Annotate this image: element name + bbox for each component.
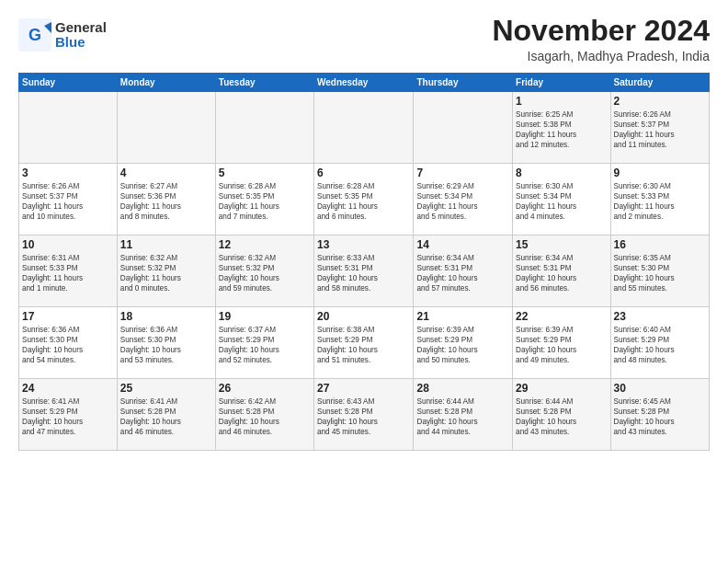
day-number: 18 xyxy=(120,310,212,323)
day-number: 15 xyxy=(516,238,607,251)
week-row-5: 24Sunrise: 6:41 AM Sunset: 5:29 PM Dayli… xyxy=(19,379,710,451)
day-number: 14 xyxy=(416,238,509,251)
cell-day-28: 28Sunrise: 6:44 AM Sunset: 5:28 PM Dayli… xyxy=(414,379,513,451)
svg-text:G: G xyxy=(28,26,41,44)
day-number: 8 xyxy=(516,167,607,179)
calendar-table: Sunday Monday Tuesday Wednesday Thursday… xyxy=(18,73,710,451)
header: G General Blue November 2024 Isagarh, Ma… xyxy=(18,15,710,63)
day-number: 4 xyxy=(120,167,212,179)
cell-day-2: 2Sunrise: 6:26 AM Sunset: 5:37 PM Daylig… xyxy=(610,92,709,164)
day-number: 16 xyxy=(614,238,706,251)
week-row-4: 17Sunrise: 6:36 AM Sunset: 5:30 PM Dayli… xyxy=(19,307,710,379)
cell-day-10: 10Sunrise: 6:31 AM Sunset: 5:33 PM Dayli… xyxy=(19,236,118,307)
cell-content: Sunrise: 6:41 AM Sunset: 5:28 PM Dayligh… xyxy=(120,396,212,437)
day-number: 26 xyxy=(219,382,311,395)
cell-content: Sunrise: 6:25 AM Sunset: 5:38 PM Dayligh… xyxy=(516,109,607,150)
cell-content: Sunrise: 6:35 AM Sunset: 5:30 PM Dayligh… xyxy=(614,253,706,293)
cell-content: Sunrise: 6:28 AM Sunset: 5:35 PM Dayligh… xyxy=(219,181,311,222)
calendar-body: 1Sunrise: 6:25 AM Sunset: 5:38 PM Daylig… xyxy=(19,92,710,451)
cell-day-6: 6Sunrise: 6:28 AM Sunset: 5:35 PM Daylig… xyxy=(313,164,414,236)
cell-day-27: 27Sunrise: 6:43 AM Sunset: 5:28 PM Dayli… xyxy=(313,379,414,451)
cell-day-20: 20Sunrise: 6:38 AM Sunset: 5:29 PM Dayli… xyxy=(313,307,414,379)
cell-day-empty xyxy=(215,92,313,164)
calendar-page: G General Blue November 2024 Isagarh, Ma… xyxy=(0,0,728,563)
header-saturday: Saturday xyxy=(610,74,709,92)
cell-day-14: 14Sunrise: 6:34 AM Sunset: 5:31 PM Dayli… xyxy=(414,236,513,307)
cell-content: Sunrise: 6:44 AM Sunset: 5:28 PM Dayligh… xyxy=(416,396,509,437)
cell-content: Sunrise: 6:26 AM Sunset: 5:37 PM Dayligh… xyxy=(614,109,706,150)
week-row-1: 1Sunrise: 6:25 AM Sunset: 5:38 PM Daylig… xyxy=(19,92,710,164)
cell-content: Sunrise: 6:30 AM Sunset: 5:34 PM Dayligh… xyxy=(516,181,607,222)
cell-content: Sunrise: 6:41 AM Sunset: 5:29 PM Dayligh… xyxy=(22,396,114,437)
cell-day-empty xyxy=(19,92,118,164)
cell-day-26: 26Sunrise: 6:42 AM Sunset: 5:28 PM Dayli… xyxy=(215,379,313,451)
cell-content: Sunrise: 6:38 AM Sunset: 5:29 PM Dayligh… xyxy=(317,325,411,365)
cell-content: Sunrise: 6:30 AM Sunset: 5:33 PM Dayligh… xyxy=(614,181,706,222)
cell-content: Sunrise: 6:37 AM Sunset: 5:29 PM Dayligh… xyxy=(219,325,311,365)
header-thursday: Thursday xyxy=(414,74,513,92)
cell-day-25: 25Sunrise: 6:41 AM Sunset: 5:28 PM Dayli… xyxy=(117,379,215,451)
cell-content: Sunrise: 6:34 AM Sunset: 5:31 PM Dayligh… xyxy=(416,253,509,293)
day-number: 7 xyxy=(416,167,509,179)
week-row-3: 10Sunrise: 6:31 AM Sunset: 5:33 PM Dayli… xyxy=(19,236,710,307)
cell-content: Sunrise: 6:40 AM Sunset: 5:29 PM Dayligh… xyxy=(614,325,706,365)
cell-day-15: 15Sunrise: 6:34 AM Sunset: 5:31 PM Dayli… xyxy=(513,236,610,307)
month-title: November 2024 xyxy=(492,15,710,47)
day-number: 30 xyxy=(614,382,706,395)
cell-content: Sunrise: 6:34 AM Sunset: 5:31 PM Dayligh… xyxy=(516,253,607,293)
cell-content: Sunrise: 6:27 AM Sunset: 5:36 PM Dayligh… xyxy=(120,181,212,222)
day-number: 23 xyxy=(614,310,706,323)
location: Isagarh, Madhya Pradesh, India xyxy=(492,49,710,63)
cell-content: Sunrise: 6:36 AM Sunset: 5:30 PM Dayligh… xyxy=(120,325,212,365)
cell-content: Sunrise: 6:44 AM Sunset: 5:28 PM Dayligh… xyxy=(516,396,607,437)
header-friday: Friday xyxy=(513,74,610,92)
cell-content: Sunrise: 6:36 AM Sunset: 5:30 PM Dayligh… xyxy=(22,325,114,365)
header-wednesday: Wednesday xyxy=(313,74,414,92)
cell-day-21: 21Sunrise: 6:39 AM Sunset: 5:29 PM Dayli… xyxy=(414,307,513,379)
day-number: 25 xyxy=(120,382,212,395)
cell-content: Sunrise: 6:43 AM Sunset: 5:28 PM Dayligh… xyxy=(317,396,411,437)
cell-content: Sunrise: 6:29 AM Sunset: 5:34 PM Dayligh… xyxy=(416,181,509,222)
cell-day-8: 8Sunrise: 6:30 AM Sunset: 5:34 PM Daylig… xyxy=(513,164,610,236)
cell-day-7: 7Sunrise: 6:29 AM Sunset: 5:34 PM Daylig… xyxy=(414,164,513,236)
logo-text: General Blue xyxy=(55,20,107,51)
day-number: 2 xyxy=(614,95,706,108)
cell-content: Sunrise: 6:42 AM Sunset: 5:28 PM Dayligh… xyxy=(219,396,311,437)
cell-day-12: 12Sunrise: 6:32 AM Sunset: 5:32 PM Dayli… xyxy=(215,236,313,307)
day-number: 21 xyxy=(416,310,509,323)
cell-day-empty xyxy=(117,92,215,164)
cell-content: Sunrise: 6:28 AM Sunset: 5:35 PM Dayligh… xyxy=(317,181,411,222)
cell-day-17: 17Sunrise: 6:36 AM Sunset: 5:30 PM Dayli… xyxy=(19,307,118,379)
cell-day-5: 5Sunrise: 6:28 AM Sunset: 5:35 PM Daylig… xyxy=(215,164,313,236)
header-monday: Monday xyxy=(117,74,215,92)
cell-day-4: 4Sunrise: 6:27 AM Sunset: 5:36 PM Daylig… xyxy=(117,164,215,236)
logo-general-text: General xyxy=(55,20,107,36)
week-row-2: 3Sunrise: 6:26 AM Sunset: 5:37 PM Daylig… xyxy=(19,164,710,236)
header-tuesday: Tuesday xyxy=(215,74,313,92)
day-number: 19 xyxy=(219,310,311,323)
header-sunday: Sunday xyxy=(19,74,118,92)
day-number: 27 xyxy=(317,382,411,395)
cell-day-16: 16Sunrise: 6:35 AM Sunset: 5:30 PM Dayli… xyxy=(610,236,709,307)
cell-day-3: 3Sunrise: 6:26 AM Sunset: 5:37 PM Daylig… xyxy=(19,164,118,236)
cell-day-23: 23Sunrise: 6:40 AM Sunset: 5:29 PM Dayli… xyxy=(610,307,709,379)
logo: G General Blue xyxy=(18,18,107,52)
cell-day-11: 11Sunrise: 6:32 AM Sunset: 5:32 PM Dayli… xyxy=(117,236,215,307)
cell-content: Sunrise: 6:31 AM Sunset: 5:33 PM Dayligh… xyxy=(22,253,114,293)
logo-blue-text: Blue xyxy=(55,35,107,51)
cell-content: Sunrise: 6:39 AM Sunset: 5:29 PM Dayligh… xyxy=(516,325,607,365)
day-number: 12 xyxy=(219,238,311,251)
cell-content: Sunrise: 6:33 AM Sunset: 5:31 PM Dayligh… xyxy=(317,253,411,293)
cell-day-1: 1Sunrise: 6:25 AM Sunset: 5:38 PM Daylig… xyxy=(513,92,610,164)
day-number: 11 xyxy=(120,238,212,251)
day-number: 20 xyxy=(317,310,411,323)
day-number: 10 xyxy=(22,238,114,251)
cell-day-empty xyxy=(414,92,513,164)
day-number: 1 xyxy=(516,95,607,108)
day-number: 9 xyxy=(614,167,706,179)
cell-content: Sunrise: 6:26 AM Sunset: 5:37 PM Dayligh… xyxy=(22,181,114,222)
cell-day-18: 18Sunrise: 6:36 AM Sunset: 5:30 PM Dayli… xyxy=(117,307,215,379)
cell-day-29: 29Sunrise: 6:44 AM Sunset: 5:28 PM Dayli… xyxy=(513,379,610,451)
day-number: 29 xyxy=(516,382,607,395)
cell-content: Sunrise: 6:32 AM Sunset: 5:32 PM Dayligh… xyxy=(120,253,212,293)
